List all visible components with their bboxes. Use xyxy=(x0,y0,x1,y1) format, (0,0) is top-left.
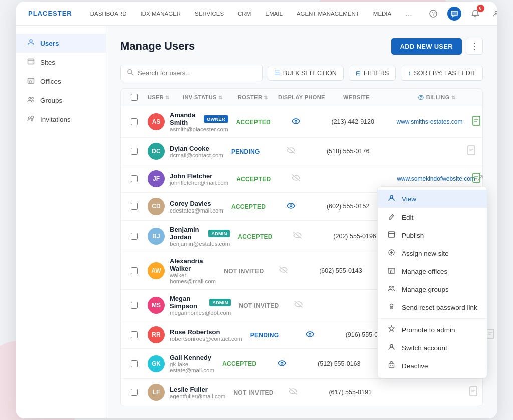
inv-status-text: ACCEPTED xyxy=(236,176,271,183)
svg-point-30 xyxy=(290,205,292,207)
sidebar-invitations-label: Invitations xyxy=(40,116,71,123)
roster-visible-icon[interactable] xyxy=(306,330,314,339)
roster-visible-icon[interactable] xyxy=(287,202,295,211)
user-cell: CD Corey Davies cdestates@mail.com xyxy=(144,193,227,220)
sidebar-item-sites[interactable]: Sites xyxy=(16,53,106,72)
roster-cell[interactable] xyxy=(288,112,328,131)
roster-hidden-icon[interactable] xyxy=(294,301,303,309)
row-checkbox[interactable] xyxy=(131,148,138,155)
groups-icon xyxy=(26,96,35,105)
billing-cell[interactable] xyxy=(463,140,497,163)
website-link[interactable]: www.somekindofwebsite.com xyxy=(397,175,475,182)
sidebar-item-users[interactable]: Users xyxy=(16,34,106,53)
inv-status-cell: NOT INVITED xyxy=(220,262,275,280)
roster-visible-icon[interactable] xyxy=(278,359,286,368)
nav-email[interactable]: EMAIL xyxy=(265,9,283,19)
context-menu-item-reset-password[interactable]: Send reset password link xyxy=(378,298,487,316)
users-table: USER ⇅ INV STATUS ⇅ ROSTER ⇅ DISPLAY PHO… xyxy=(120,88,483,406)
svg-rect-69 xyxy=(389,363,394,368)
edit-label: Edit xyxy=(402,214,413,221)
context-menu-item-publish[interactable]: Publish xyxy=(378,226,487,244)
context-menu-item-assign-site[interactable]: Assign new site xyxy=(378,244,487,262)
menu-divider xyxy=(378,318,487,319)
context-menu-item-deactive[interactable]: Deactive xyxy=(378,357,487,375)
website-link[interactable]: www.smiths-estates.com xyxy=(397,118,463,125)
row-checkbox[interactable] xyxy=(131,331,138,338)
row-checkbox[interactable] xyxy=(131,175,138,182)
inv-status-cell: ACCEPTED xyxy=(227,198,283,216)
roster-cell[interactable] xyxy=(288,169,328,188)
add-new-user-button[interactable]: ADD NEW USER xyxy=(391,38,462,55)
page-more-options-button[interactable]: ⋮ xyxy=(466,38,483,55)
roster-visible-icon[interactable] xyxy=(292,117,300,126)
context-menu-item-promote-admin[interactable]: Promote to admin xyxy=(378,321,487,339)
row-checkbox[interactable] xyxy=(131,233,138,240)
roster-cell[interactable] xyxy=(290,296,330,315)
select-all-checkbox[interactable] xyxy=(131,94,138,101)
svg-rect-27 xyxy=(473,173,480,182)
user-cell: DC Dylan Cooke dcmail@contact.com xyxy=(144,138,227,165)
billing-active-icon[interactable] xyxy=(472,118,481,128)
help-icon-btn[interactable]: ? xyxy=(426,7,440,21)
roster-hidden-icon[interactable] xyxy=(293,232,302,240)
row-checkbox[interactable] xyxy=(131,118,138,125)
nav-idx-manager[interactable]: IDX MANAGER xyxy=(141,9,181,19)
roster-cell[interactable] xyxy=(275,261,315,280)
inv-status-text: PENDING xyxy=(231,148,260,155)
sidebar-item-invitations[interactable]: Invitations xyxy=(16,110,106,129)
roster-cell[interactable] xyxy=(274,354,314,373)
context-menu-item-switch-account[interactable]: Switch account xyxy=(378,339,487,357)
roster-cell[interactable] xyxy=(283,142,323,161)
nav-more[interactable]: ... xyxy=(405,9,412,18)
row-checkbox[interactable] xyxy=(131,267,138,274)
context-menu-item-manage-groups[interactable]: Manage groups xyxy=(378,280,487,298)
svg-point-20 xyxy=(295,120,297,122)
view-label: View xyxy=(402,195,416,203)
user-name: Dylan Cooke xyxy=(170,145,209,152)
bulk-selection-button[interactable]: ☰ BULK SELECTION xyxy=(268,66,344,81)
roster-hidden-icon[interactable] xyxy=(289,388,297,396)
user-profile-icon-btn[interactable] xyxy=(489,7,497,21)
svg-line-17 xyxy=(131,73,133,75)
row-checkbox[interactable] xyxy=(131,360,138,367)
roster-cell[interactable] xyxy=(302,325,342,344)
search-box[interactable] xyxy=(120,65,263,81)
context-menu-item-view[interactable]: View xyxy=(378,190,487,208)
nav-crm[interactable]: CRM xyxy=(238,9,251,19)
nav-services[interactable]: SERVICES xyxy=(195,9,224,19)
row-checkbox[interactable] xyxy=(131,302,138,309)
roster-hidden-icon[interactable] xyxy=(279,266,288,275)
svg-rect-21 xyxy=(473,116,480,125)
row-checkbox[interactable] xyxy=(131,203,138,210)
messages-icon-btn[interactable] xyxy=(447,7,461,21)
roster-cell[interactable] xyxy=(283,197,323,216)
row-checkbox[interactable] xyxy=(131,389,138,396)
billing-inactive-icon xyxy=(469,388,478,398)
context-menu-item-edit[interactable]: Edit xyxy=(378,208,487,226)
search-input[interactable] xyxy=(138,69,256,77)
notifications-icon-btn[interactable]: 6 xyxy=(468,7,482,21)
svg-text:?: ? xyxy=(432,11,435,17)
roster-cell[interactable] xyxy=(289,227,329,246)
billing-cell[interactable] xyxy=(468,111,497,133)
nav-dashboard[interactable]: DASHBOARD xyxy=(90,9,127,19)
assign-site-label: Assign new site xyxy=(402,250,449,257)
inv-status-cell: ACCEPTED xyxy=(232,113,288,131)
page-header: Manage Users ADD NEW USER ⋮ xyxy=(120,38,483,55)
sidebar-item-offices[interactable]: Offices xyxy=(16,72,106,91)
sort-button[interactable]: ↕ SORT BY: LAST EDIT xyxy=(401,66,483,81)
context-menu-item-manage-offices[interactable]: Manage offices xyxy=(378,262,487,280)
nav-media[interactable]: MEDIA xyxy=(373,9,391,19)
sidebar-item-groups[interactable]: Groups xyxy=(16,91,106,110)
inv-status-text: NOT INVITED xyxy=(239,302,279,309)
user-sort-icon: ⇅ xyxy=(165,95,169,100)
roster-hidden-icon[interactable] xyxy=(292,174,300,183)
nav-agent-mgmt[interactable]: AGENT MANAGEMENT xyxy=(297,9,359,19)
roster-cell[interactable] xyxy=(285,383,325,402)
billing-active-icon[interactable] xyxy=(472,175,481,185)
billing-cell[interactable] xyxy=(465,381,497,404)
user-details: Alexandria Walker walker-homes@mail.com xyxy=(170,257,216,284)
filters-button[interactable]: ⊟ FILTERS xyxy=(349,66,396,81)
svg-point-63 xyxy=(389,286,391,288)
roster-hidden-icon[interactable] xyxy=(287,147,295,155)
